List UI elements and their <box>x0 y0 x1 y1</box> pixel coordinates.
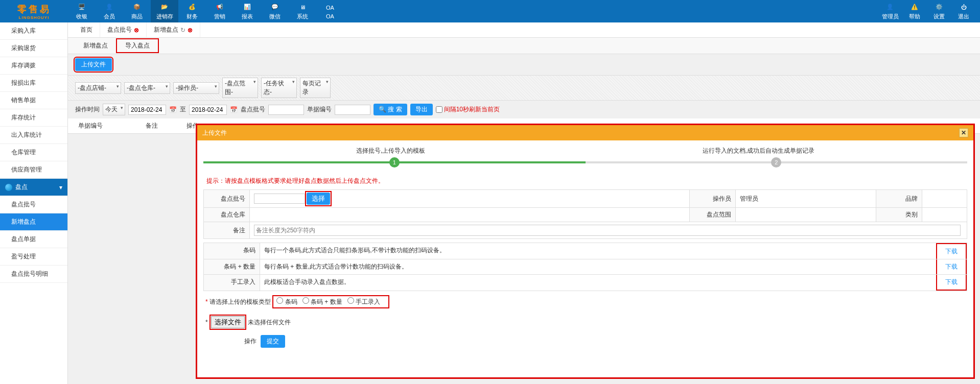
sidebar-item[interactable]: 采购退货 <box>0 40 67 57</box>
batch-field[interactable] <box>254 194 305 204</box>
nav-wechat[interactable]: 💬微信 <box>261 0 289 22</box>
close-icon[interactable]: ⊗ <box>134 27 139 34</box>
tpl-desc: 每行条码 + 数量,此方式适合带计数功能的扫码设备。 <box>260 259 936 274</box>
sidebar-item[interactable]: 盘点单据 <box>0 231 67 248</box>
auto-refresh-checkbox[interactable]: 间隔10秒刷新当前页 <box>436 105 500 114</box>
doc-input[interactable] <box>335 105 370 115</box>
operator-val: 管理员 <box>736 190 876 208</box>
tab[interactable]: 新增盘点 ↻ ⊗ <box>147 22 200 37</box>
sidebar-item[interactable]: 仓库管理 <box>0 144 67 161</box>
filter-perpage[interactable]: 每页记录 <box>300 78 331 98</box>
op-lbl: 操作 <box>205 337 256 346</box>
select-batch-button[interactable]: 选择 <box>307 193 330 205</box>
nav-right-settings[interactable]: ⚙️设置 <box>927 3 951 20</box>
tpl-desc: 此模板适合手动录入盘点数据。 <box>260 275 936 291</box>
optime-label: 操作时间 <box>75 105 100 114</box>
top-nav: 零售易 LINGSHOUYI 🖥️收银👤会员📦商品📂进销存💰财务📢营销📊报表💬微… <box>0 0 980 22</box>
date-to-input[interactable] <box>189 105 227 115</box>
logo-subtext: LINGSHOUYI <box>19 15 50 20</box>
template-type-radio[interactable]: 条码 <box>276 298 297 305</box>
exit-icon: ⏻ <box>959 3 969 12</box>
submit-button[interactable]: 提交 <box>261 335 285 348</box>
template-type-radio[interactable]: 手工录入 <box>347 298 380 305</box>
sidebar-item[interactable]: 供应商管理 <box>0 161 67 179</box>
upload-modal: 上传文件 ✕ 选择批号,上传导入的模板 运行导入的文档,成功后自动生成单据记录 … <box>196 124 975 379</box>
date-cal2-icon[interactable]: 📅 <box>230 106 238 113</box>
close-icon[interactable]: ⊗ <box>188 27 193 34</box>
step2-label: 运行导入的文档,成功后自动生成单据记录 <box>703 147 814 155</box>
filter-operator[interactable]: -操作员- <box>173 82 219 94</box>
doc-label: 单据编号 <box>307 105 332 114</box>
tpl-name: 手工录入 <box>204 275 260 291</box>
template-row: 条码 + 数量每行条码 + 数量,此方式适合带计数功能的扫码设备。下载 <box>203 259 967 275</box>
sidebar-item[interactable]: 库存调拨 <box>0 57 67 75</box>
warehouse-lbl: 盘点仓库 <box>204 208 250 222</box>
sidebar-item[interactable]: 出入库统计 <box>0 127 67 144</box>
nav-right-user[interactable]: 👤管理员 <box>878 3 902 20</box>
batch-input[interactable] <box>268 105 304 115</box>
nav-finance[interactable]: 💰财务 <box>178 0 206 22</box>
step-progress: 1 2 <box>203 161 967 163</box>
subtab[interactable]: 新增盘点 <box>75 39 116 52</box>
search-button[interactable]: 🔍 搜 索 <box>374 104 407 115</box>
sidebar-item[interactable]: 盘点批号 <box>0 196 67 213</box>
date-cal1-icon[interactable]: 📅 <box>169 106 177 113</box>
modal-hint: 提示：请按盘点模板格式要求处理好盘点数据然后上传盘点文件。 <box>203 175 967 189</box>
nav-goods[interactable]: 📦商品 <box>123 0 151 22</box>
nav-report[interactable]: 📊报表 <box>234 0 261 22</box>
step1-label: 选择批号,上传导入的模板 <box>356 147 425 155</box>
nav-cash[interactable]: 🖥️收银 <box>68 0 96 22</box>
sidebar-item[interactable]: 盘点▾ <box>0 179 67 196</box>
nav-marketing[interactable]: 📢营销 <box>206 0 234 22</box>
download-link[interactable]: 下载 <box>945 278 958 285</box>
filter-status[interactable]: -任务状态- <box>261 78 297 98</box>
export-button[interactable]: 导出 <box>410 104 433 115</box>
tpl-name: 条码 <box>204 243 260 259</box>
remark-input[interactable] <box>254 225 961 236</box>
sidebar-item[interactable]: 采购入库 <box>0 22 67 40</box>
nav-member[interactable]: 👤会员 <box>96 0 123 22</box>
subtabs-bar: 新增盘点导入盘点 <box>68 38 980 54</box>
filter-bar-2: 操作时间 今天 📅 至 📅 盘点批号 单据编号 🔍 搜 索 导出 间隔10秒刷新… <box>68 101 980 118</box>
nav-system[interactable]: 🖥系统 <box>289 0 316 22</box>
subtab[interactable]: 导入盘点 <box>116 38 159 53</box>
sidebar-item[interactable]: 库存统计 <box>0 109 67 127</box>
download-link[interactable]: 下载 <box>945 263 958 270</box>
template-row: 条码每行一个条码,此方式适合只能扫条形码,不带计数功能的扫码设备。下载 <box>203 243 967 259</box>
nav-oa[interactable]: OAOA <box>316 0 344 22</box>
nav-stock[interactable]: 📂进销存 <box>151 0 178 22</box>
today-select[interactable]: 今天 <box>103 104 125 115</box>
goods-icon: 📦 <box>132 3 142 12</box>
tpl-desc: 每行一个条码,此方式适合只能扫条形码,不带计数功能的扫码设备。 <box>260 243 936 259</box>
batch-lbl: 盘点批号 <box>204 190 250 208</box>
member-icon: 👤 <box>104 3 114 12</box>
date-from-input[interactable] <box>128 105 166 115</box>
tab[interactable]: 盘点批号 ⊗ <box>100 22 147 37</box>
sidebar-item[interactable]: 新增盘点 <box>0 213 67 231</box>
filter-warehouse[interactable]: -盘点仓库- <box>124 82 170 94</box>
filter-range[interactable]: -盘点范围- <box>222 78 258 98</box>
brand-lbl: 品牌 <box>876 190 922 208</box>
download-link[interactable]: 下载 <box>945 248 958 255</box>
filter-store[interactable]: -盘点店铺- <box>75 82 121 94</box>
oa-icon: OA <box>325 3 335 12</box>
remark-lbl: 备注 <box>204 222 250 239</box>
step-marker-2: 2 <box>771 157 781 167</box>
sidebar: 采购入库采购退货库存调拨报损出库销售单据库存统计出入库统计仓库管理供应商管理盘点… <box>0 22 68 384</box>
nav-right-exit[interactable]: ⏻退出 <box>951 3 976 20</box>
sidebar-item[interactable]: 报损出库 <box>0 75 67 92</box>
upload-file-button[interactable]: 上传文件 <box>75 58 112 71</box>
file-hint: 未选择任何文件 <box>248 319 291 326</box>
tab[interactable]: 首页 <box>73 22 100 37</box>
choose-file-button[interactable]: 选择文件 <box>211 316 245 328</box>
refresh-icon[interactable]: ↻ <box>180 27 185 34</box>
sidebar-item[interactable]: 盈亏处理 <box>0 248 67 266</box>
sidebar-item[interactable]: 盘点批号明细 <box>0 266 67 283</box>
modal-close-button[interactable]: ✕ <box>959 128 968 137</box>
template-type-radio[interactable]: 条码 + 数量 <box>302 298 342 305</box>
sidebar-item[interactable]: 销售单据 <box>0 92 67 109</box>
logo: 零售易 LINGSHOUYI <box>0 0 68 22</box>
warehouse-val <box>250 208 690 222</box>
nav-right-help[interactable]: ⚠️帮助 <box>902 3 927 20</box>
settings-icon: ⚙️ <box>934 3 944 12</box>
